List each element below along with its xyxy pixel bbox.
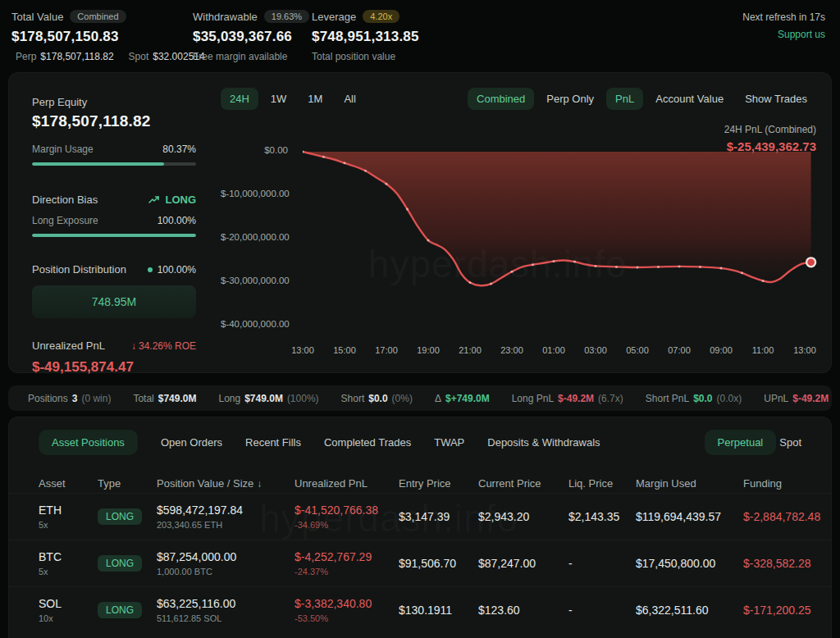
tab-perpetual[interactable]: Perpetual xyxy=(705,430,777,455)
mode-account-value-button[interactable]: Account Value xyxy=(646,88,733,110)
table-row[interactable]: BTC5x LONG $87,254,000.001,000.00 BTC $-… xyxy=(9,540,831,586)
leverage-badge: 4.20x xyxy=(363,10,399,23)
unrealized-pnl: $-41,520,766.38 xyxy=(294,504,399,517)
x-axis-label: 21:00 xyxy=(459,345,482,355)
summary-upnl: UPnL $-49.2M (0% win) xyxy=(764,393,832,404)
table-row[interactable]: ETH5x LONG $598,472,197.84203,340.65 ETH… xyxy=(9,493,831,540)
header-asset[interactable]: Asset xyxy=(39,477,98,490)
header-entry-price[interactable]: Entry Price xyxy=(399,477,478,490)
tab-twap[interactable]: TWAP xyxy=(434,436,464,449)
x-axis-label: 17:00 xyxy=(375,345,398,355)
y-axis-label: $-10,000,000.00 xyxy=(221,189,296,198)
summary-short: Short $0.0 (0%) xyxy=(341,393,413,404)
show-trades-button[interactable]: Show Trades xyxy=(736,88,816,110)
position-distribution-value: 100.00% xyxy=(158,264,196,276)
position-value: $63,225,116.00 xyxy=(157,597,294,610)
direction-bias-value: LONG xyxy=(165,194,196,206)
header-current-price[interactable]: Current Price xyxy=(478,477,568,490)
data-point-dot xyxy=(490,283,492,285)
account-overview-panel: Perp Equity $178,507,118.82 Margin Usage… xyxy=(8,72,832,373)
margin-usage-value: 80.37% xyxy=(162,144,196,155)
asset-leverage: 10x xyxy=(39,613,98,623)
liq-price: - xyxy=(568,557,636,570)
header-type[interactable]: Type xyxy=(98,477,157,490)
data-point-dot xyxy=(595,265,597,267)
withdrawable-block: Withdrawable 19.63% $35,039,367.66 Free … xyxy=(193,10,312,64)
tab-asset-positions[interactable]: Asset Positions xyxy=(39,430,138,455)
range-tab-group: 24H 1W 1M All xyxy=(221,88,365,110)
header-margin-used[interactable]: Margin Used xyxy=(636,477,743,490)
position-value: $87,254,000.00 xyxy=(157,550,294,563)
data-point-dot xyxy=(762,280,765,282)
header-liq-price[interactable]: Liq. Price xyxy=(568,477,636,490)
data-point-dot xyxy=(364,170,367,172)
long-exposure-label: Long Exposure xyxy=(32,215,98,226)
summary-positions: Positions 3 (0 win) xyxy=(28,393,111,404)
tab-completed-trades[interactable]: Completed Trades xyxy=(324,436,411,449)
table-header-row: Asset Type Position Value / Size↓ Unreal… xyxy=(9,473,831,493)
liq-price: - xyxy=(568,604,636,617)
range-tab-1m[interactable]: 1M xyxy=(299,88,331,110)
distribution-amount: 748.95M xyxy=(92,295,136,308)
table-row[interactable]: SOL10x LONG $63,225,116.00511,612.85 SOL… xyxy=(9,586,831,633)
perp-label: Perp xyxy=(16,51,36,62)
x-axis-label: 13:00 xyxy=(291,345,314,355)
data-point-dot xyxy=(386,183,388,185)
x-axis: 13:0015:0017:0019:0021:0023:0001:0003:00… xyxy=(303,345,818,358)
summary-long-pnl: Long PnL $-49.2M (6.7x) xyxy=(512,393,623,404)
trend-up-icon xyxy=(148,195,160,204)
x-axis-label: 15:00 xyxy=(333,345,356,355)
withdrawable-pct-badge: 19.63% xyxy=(264,10,309,23)
x-axis-label: 11:00 xyxy=(752,345,774,355)
mode-pnl-button[interactable]: PnL xyxy=(606,88,643,110)
range-tab-24h[interactable]: 24H xyxy=(221,88,258,110)
tab-deposits-withdrawals[interactable]: Deposits & Withdrawals xyxy=(487,436,600,449)
tab-open-orders[interactable]: Open Orders xyxy=(161,436,222,449)
header-funding[interactable]: Funding xyxy=(743,477,831,490)
support-us-link[interactable]: Support us xyxy=(742,29,825,40)
pnl-chart[interactable]: hyperdash.info $0.00$-10,000,000.00$-20,… xyxy=(221,145,816,360)
data-point-dot xyxy=(511,271,514,273)
funding: $-171,200.25 xyxy=(743,604,831,617)
header-unrealized-pnl[interactable]: Unrealized PnL xyxy=(294,477,399,490)
tab-spot[interactable]: Spot xyxy=(779,436,801,449)
entry-price: $130.1911 xyxy=(399,604,478,617)
x-axis-label: 19:00 xyxy=(417,345,440,355)
data-point-dot xyxy=(532,263,534,266)
account-stats-column: Perp Equity $178,507,118.82 Margin Usage… xyxy=(24,88,221,358)
position-size: 1,000.00 BTC xyxy=(157,567,294,576)
unrealized-pnl: $-4,252,767.29 xyxy=(294,550,399,563)
data-point-dot xyxy=(741,271,743,274)
unrealized-pnl-pct: -53.50% xyxy=(294,613,399,623)
combined-badge: Combined xyxy=(70,10,126,23)
positions-summary-bar: Positions 3 (0 win) Total $749.0M Long $… xyxy=(8,385,832,411)
position-value: $598,472,197.84 xyxy=(157,504,294,517)
data-point-dot xyxy=(573,261,576,263)
perp-value: $178,507,118.82 xyxy=(40,51,113,62)
range-tab-1w[interactable]: 1W xyxy=(262,88,296,110)
range-tab-all[interactable]: All xyxy=(335,88,364,110)
margin-usage-bar xyxy=(32,162,196,166)
mode-combined-button[interactable]: Combined xyxy=(468,88,534,110)
margin-used: $119,694,439.57 xyxy=(636,510,743,523)
x-axis-label: 13:00 xyxy=(793,345,816,355)
positions-table-panel: hyperdash.info Asset Positions Open Orde… xyxy=(8,417,832,638)
leverage-amount: $748,951,313.85 xyxy=(312,29,742,45)
sort-descending-icon: ↓ xyxy=(257,478,262,490)
current-price: $123.60 xyxy=(478,604,568,617)
refresh-countdown: Next refresh in 17s xyxy=(742,11,825,23)
total-value-label: Total Value xyxy=(11,11,63,23)
asset-symbol: BTC xyxy=(39,550,98,563)
x-axis-label: 03:00 xyxy=(584,345,607,355)
margin-usage-label: Margin Usage xyxy=(32,144,94,155)
last-point-marker xyxy=(806,257,815,267)
header-position-value[interactable]: Position Value / Size↓ xyxy=(157,477,294,490)
tab-recent-fills[interactable]: Recent Fills xyxy=(245,436,301,449)
distribution-dot-icon xyxy=(148,267,153,272)
margin-used: $6,322,511.60 xyxy=(636,604,743,617)
summary-total: Total $749.0M xyxy=(133,393,196,404)
long-exposure-bar-fill xyxy=(32,234,196,237)
mode-perp-only-button[interactable]: Perp Only xyxy=(537,88,603,110)
distribution-amount-box: 748.95M xyxy=(32,285,196,318)
position-size: 203,340.65 ETH xyxy=(157,520,294,530)
